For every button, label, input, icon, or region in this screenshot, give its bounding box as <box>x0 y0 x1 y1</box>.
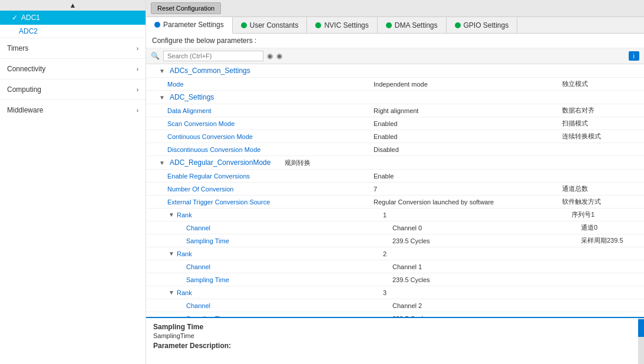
bottom-title: Sampling Time <box>153 323 637 331</box>
reset-configuration-button[interactable]: Reset Configuration <box>151 2 221 14</box>
param-value[interactable]: 239.5 Cycles <box>392 276 581 283</box>
rank2-header[interactable]: ▼ Rank 2 <box>146 247 644 260</box>
rank3-header[interactable]: ▼ Rank 3 <box>146 286 644 299</box>
param-name: Channel <box>186 302 392 309</box>
param-value[interactable]: 7 <box>374 186 562 193</box>
param-channel-1: Channel Channel 0 通道0 <box>146 221 644 234</box>
tab-gpio-settings[interactable]: GPIO Settings <box>447 17 518 33</box>
params-table: ▼ ADCs_Common_Settings Mode Independent … <box>146 64 644 317</box>
sidebar-item-computing[interactable]: Computing › <box>0 79 146 100</box>
sidebar-item-label: ADC1 <box>21 14 40 22</box>
param-name: Scan Conversion Mode <box>167 120 374 127</box>
param-value[interactable]: Enabled <box>374 133 562 140</box>
param-name: Sampling Time <box>186 276 392 283</box>
rank-label: Rank <box>177 250 383 257</box>
param-value[interactable]: Channel 0 <box>392 224 581 231</box>
info-button[interactable]: i <box>629 51 639 61</box>
bottom-desc-label: Parameter Description: <box>153 342 637 350</box>
param-value[interactable]: Channel 2 <box>392 302 581 309</box>
tab-label: DMA Settings <box>395 21 438 29</box>
param-cn: 数据右对齐 <box>562 106 595 115</box>
params-content: ▼ ADCs_Common_Settings Mode Independent … <box>146 64 644 364</box>
section-label: ADC_Settings <box>167 91 216 103</box>
sidebar-item-middleware[interactable]: Middleware › <box>0 100 146 120</box>
tab-bar: Parameter Settings User Constants NVIC S… <box>146 17 644 34</box>
section-adc-settings[interactable]: ▼ ADC_Settings <box>146 91 644 104</box>
tab-nvic-settings[interactable]: NVIC Settings <box>307 17 377 33</box>
param-channel-2: Channel Channel 1 <box>146 260 644 273</box>
section-adcs-common[interactable]: ▼ ADCs_Common_Settings <box>146 64 644 78</box>
param-cn: 扫描模式 <box>562 119 588 128</box>
chevron-right-icon: › <box>137 107 138 114</box>
param-sampling-3: Sampling Time 239.5 Cycles <box>146 312 644 317</box>
param-name: Mode <box>167 81 374 88</box>
collapse-icon[interactable]: ▼ <box>167 211 176 219</box>
tab-parameter-settings[interactable]: Parameter Settings <box>146 17 233 34</box>
configure-text: Configure the below parameters : <box>146 34 644 48</box>
param-mode: Mode Independent mode 独立模式 <box>146 78 644 91</box>
tab-dot-icon <box>241 22 247 28</box>
sidebar-group-label: Middleware <box>7 106 43 114</box>
param-name: Continuous Conversion Mode <box>167 133 374 140</box>
param-value[interactable]: Enabled <box>374 120 562 127</box>
sidebar-scroll-up[interactable]: ▲ <box>0 0 146 11</box>
tab-user-constants[interactable]: User Constants <box>233 17 308 33</box>
param-cn: 软件触发方式 <box>562 197 601 206</box>
rank-cn: 序列号1 <box>572 210 595 219</box>
param-name: Sampling Time <box>186 237 392 244</box>
param-value[interactable]: Regular Conversion launched by software <box>374 198 562 206</box>
rank1-header[interactable]: ▼ Rank 1 序列号1 <box>146 209 644 221</box>
param-external-trigger: External Trigger Conversion Source Regul… <box>146 196 644 209</box>
param-name: Channel <box>186 263 392 270</box>
param-cn: 采样周期239.5 <box>581 236 623 245</box>
chevron-right-icon: › <box>137 66 138 72</box>
chevron-right-icon: › <box>137 87 138 93</box>
sidebar-item-adc1[interactable]: ✓ ADC1 <box>0 11 146 25</box>
bottom-subtitle: SamplingTime <box>153 332 637 339</box>
sidebar-item-timers[interactable]: Timers › <box>0 38 146 58</box>
tab-dot-icon <box>386 22 392 28</box>
bottom-panel: Sampling Time SamplingTime Parameter Des… <box>146 317 644 364</box>
tab-dot-icon <box>315 22 321 28</box>
param-sampling-2: Sampling Time 239.5 Cycles <box>146 273 644 286</box>
param-channel-3: Channel Channel 2 <box>146 299 644 312</box>
search-input[interactable] <box>163 51 263 61</box>
sidebar-child-label: ADC2 <box>19 27 38 35</box>
param-value[interactable]: Channel 1 <box>392 263 581 270</box>
collapse-icon[interactable]: ▼ <box>158 67 166 75</box>
param-value[interactable]: Independent mode <box>374 81 562 88</box>
chevron-up-icon: ▲ <box>70 1 77 9</box>
next-search-button[interactable]: ◉ <box>276 52 282 60</box>
collapse-icon[interactable]: ▼ <box>167 289 176 297</box>
rank-label: Rank <box>177 289 383 296</box>
sidebar-group-label: Timers <box>7 44 28 52</box>
prev-search-button[interactable]: ◉ <box>267 52 273 60</box>
sidebar-item-connectivity[interactable]: Connectivity › <box>0 58 146 79</box>
sidebar: ▲ ✓ ADC1 ADC2 Timers › Connectivity › Co… <box>0 0 146 364</box>
param-value[interactable]: Enable <box>374 173 562 180</box>
chevron-right-icon: › <box>137 45 138 52</box>
collapse-icon[interactable]: ▼ <box>167 250 176 258</box>
section-cn: 规则转换 <box>285 158 311 167</box>
param-value[interactable]: Right alignment <box>374 107 562 114</box>
search-bar: 🔍 ◉ ◉ i <box>146 48 644 64</box>
param-value[interactable]: Disabled <box>374 146 562 153</box>
param-cn: 通道0 <box>581 223 597 232</box>
tab-dma-settings[interactable]: DMA Settings <box>378 17 447 33</box>
section-label: ADC_Regular_ConversionMode <box>167 157 273 168</box>
collapse-icon[interactable]: ▼ <box>158 93 166 101</box>
rank-value: 2 <box>383 250 572 257</box>
collapse-icon[interactable]: ▼ <box>158 158 166 167</box>
tab-label: Parameter Settings <box>163 21 224 29</box>
param-name: Data Alignment <box>167 107 374 114</box>
sidebar-group-label: Connectivity <box>7 65 45 73</box>
param-value[interactable]: 239.5 Cycles <box>392 237 581 244</box>
tab-dot-icon <box>455 22 461 28</box>
sidebar-item-adc2[interactable]: ADC2 <box>0 25 146 38</box>
param-cn: 连续转换模式 <box>562 132 601 141</box>
param-cn: 独立模式 <box>562 80 588 88</box>
bottom-scrollbar[interactable] <box>638 318 644 364</box>
toolbar: Reset Configuration <box>146 0 644 17</box>
param-name: Number Of Conversion <box>167 186 374 193</box>
section-adc-regular[interactable]: ▼ ADC_Regular_ConversionMode 规则转换 <box>146 156 644 170</box>
